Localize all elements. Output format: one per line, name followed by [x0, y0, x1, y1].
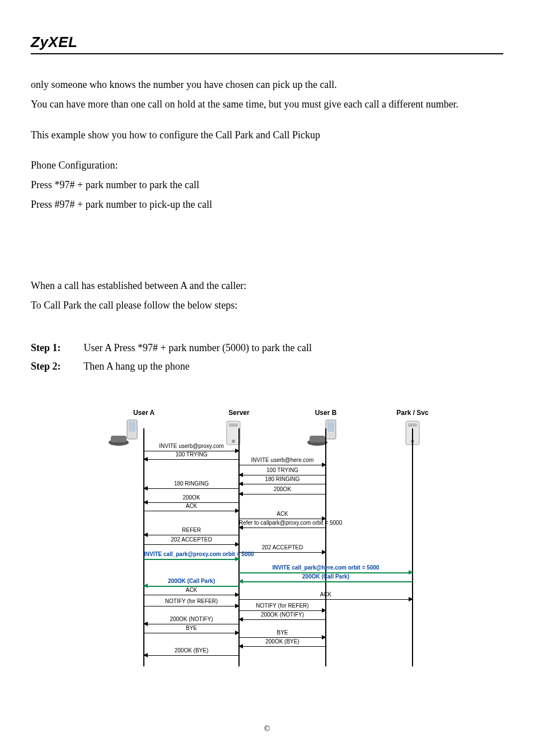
seq-msg-label-3: 100 TRYING [239, 467, 326, 473]
lane-label-user-b: User B [303, 409, 348, 417]
seq-msg-6: 200OK [239, 494, 326, 503]
para-4: Phone Configuration: [31, 157, 503, 174]
svg-rect-12 [408, 423, 417, 427]
seq-msg-label-5: 180 RINGING [144, 480, 239, 487]
seq-msg-27: 200OK (BYE) [144, 655, 239, 664]
seq-msg-label-21: NOTIFY (for REFER) [239, 603, 326, 609]
seq-msg-label-27: 200OK (BYE) [144, 647, 239, 654]
seq-msg-label-20: NOTIFY (for REFER) [144, 598, 239, 604]
seq-msg-label-17: 200OK (Call Park) [144, 578, 239, 584]
seq-msg-14: INVITE call_park@proxy.com orbit = 5000 [144, 559, 239, 568]
phone-a-icon [107, 419, 141, 447]
brand-logo: ZyXEL [31, 34, 503, 51]
svg-rect-5 [229, 423, 238, 427]
seq-msg-label-0: INVITE userb@proxy.com [144, 443, 239, 449]
seq-msg-label-19: ACK [239, 591, 413, 598]
seq-msg-label-16: 200OK (Call Park) [239, 573, 413, 580]
header-rule [31, 53, 503, 54]
seq-msg-label-2: INVITE userb@here.com [239, 457, 326, 463]
seq-msg-16: 200OK (Call Park) [239, 581, 413, 590]
para-5: Press *97# + park number to park the cal… [31, 177, 503, 193]
step-1-label: Step 1: [31, 339, 81, 357]
seq-msg-label-26: 200OK (BYE) [239, 638, 326, 645]
lane-label-park-svc: Park / Svc [390, 409, 435, 417]
seq-msg-label-14: INVITE call_park@proxy.com orbit = 5000 [144, 551, 239, 557]
footer-copyright: © [0, 725, 534, 734]
seq-msg-label-6: 200OK [239, 486, 326, 492]
lifeline-park-svc [412, 428, 413, 666]
step-2-label: Step 2: [31, 357, 81, 375]
seq-msg-1: 100 TRYING [144, 459, 239, 468]
seq-msg-label-18: ACK [144, 587, 239, 593]
body-text: only someone who knows the number you ha… [31, 77, 503, 313]
para-2: You can have more than one call on hold … [31, 96, 503, 113]
seq-msg-label-23: 200OK (NOTIFY) [144, 616, 239, 622]
seq-msg-24: BYE [144, 633, 239, 642]
seq-msg-label-4: 180 RINGING [239, 476, 326, 482]
seq-msg-label-1: 100 TRYING [144, 451, 239, 458]
seq-msg-label-10: Refer to callpark@proxy.com orbit = 5000 [239, 520, 326, 526]
step-1: Step 1: User A Press *97# + park number … [31, 339, 503, 357]
seq-msg-22: 200OK (NOTIFY) [239, 619, 326, 628]
svg-rect-10 [310, 436, 325, 442]
para-7: When a call has established between A an… [31, 278, 503, 294]
seq-msg-label-7: 200OK [144, 494, 239, 501]
svg-rect-8 [327, 422, 334, 432]
seq-msg-10: Refer to callpark@proxy.com orbit = 5000 [239, 528, 326, 536]
lane-label-server: Server [217, 409, 261, 417]
step-2-text: Then A hang up the phone [83, 361, 189, 372]
lane-label-user-a: User A [121, 409, 166, 417]
para-1: only someone who knows the number you ha… [31, 77, 503, 93]
para-3: This example show you how to configure t… [31, 127, 503, 143]
seq-msg-26: 200OK (BYE) [239, 646, 326, 655]
seq-msg-8: ACK [144, 511, 239, 520]
seq-msg-label-8: ACK [144, 503, 239, 509]
seq-msg-label-12: 202 ACCEPTED [144, 536, 239, 543]
page: ZyXEL only someone who knows the number … [0, 0, 534, 756]
seq-msg-20: NOTIFY (for REFER) [144, 606, 239, 615]
para-6: Press #97# + park number to pick-up the … [31, 197, 503, 213]
seq-msg-label-11: REFER [144, 527, 239, 533]
step-1-text: User A Press *97# + park number (5000) t… [84, 342, 312, 353]
seq-msg-label-15: INVITE call_park@here.com orbit = 5000 [239, 564, 413, 571]
steps-list: Step 1: User A Press *97# + park number … [31, 339, 503, 375]
seq-msg-label-9: ACK [239, 511, 326, 517]
seq-msg-label-24: BYE [144, 625, 239, 631]
seq-msg-label-22: 200OK (NOTIFY) [239, 612, 326, 618]
svg-rect-1 [129, 422, 135, 432]
svg-rect-3 [111, 436, 127, 442]
step-2: Step 2: Then A hang up the phone [31, 357, 503, 375]
para-8: To Call Park the call please follow the … [31, 297, 503, 314]
phone-b-icon [306, 419, 340, 447]
sequence-diagram: User A Server User B Park / Svc INVITE u… [102, 409, 432, 666]
seq-msg-label-13: 202 ACCEPTED [239, 544, 326, 550]
seq-msg-label-25: BYE [239, 629, 326, 636]
